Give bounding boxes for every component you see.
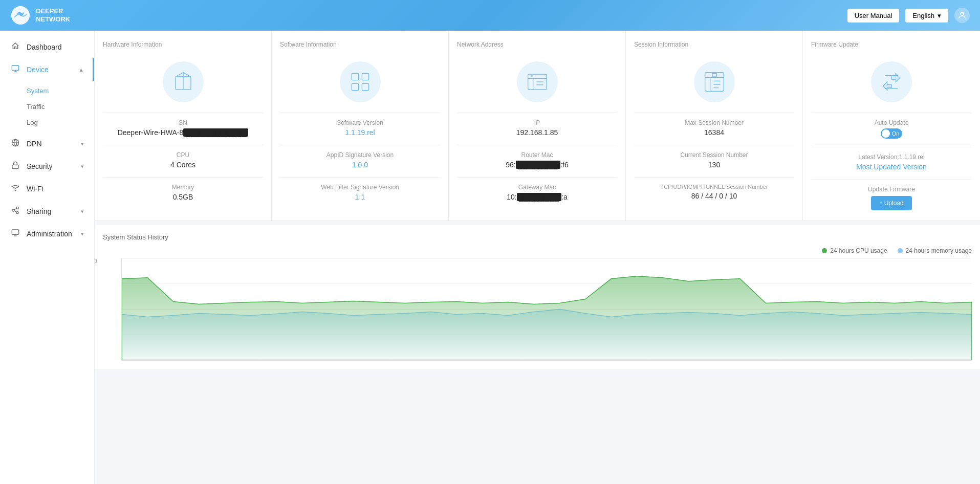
tcp-udp-label: TCP/UDP/ICMP/TUNNEL Session Number — [634, 184, 794, 190]
update-firmware-section: Update Firmware ↑ Upload — [811, 179, 972, 210]
user-icon[interactable] — [954, 8, 970, 23]
svg-point-1 — [961, 12, 964, 15]
svg-point-9 — [16, 207, 18, 209]
device-icon — [10, 64, 20, 75]
appid-section: AppID Signature Version 1.0.0 — [280, 145, 440, 175]
y-label-100: 100 — [95, 258, 97, 264]
chart-title: System Status History — [103, 233, 972, 241]
sn-value: Deeper-Wire-HWA-8████████████ — [103, 128, 263, 137]
tcp-udp-value: 86 / 44 / 0 / 10 — [634, 192, 794, 200]
current-session-value: 130 — [634, 161, 794, 169]
svg-rect-29 — [705, 73, 724, 92]
svg-rect-20 — [362, 73, 368, 80]
latest-version-section: Latest Version:1.1.19.rel Most Updated V… — [811, 147, 972, 177]
header: DEEPER NETWORK User Manual English ▾ — [0, 0, 980, 31]
chevron-down-icon: ▾ — [81, 208, 84, 215]
sidebar-item-label: Security — [27, 162, 53, 170]
chevron-down-icon: ▾ — [81, 141, 84, 147]
chevron-down-icon: ▾ — [81, 163, 84, 170]
svg-rect-22 — [362, 83, 368, 90]
network-card-title: Network Address — [457, 41, 617, 48]
sidebar-item-label: Administration — [27, 230, 72, 238]
chart-area — [121, 258, 972, 361]
chart-svg — [122, 258, 972, 360]
user-manual-button[interactable]: User Manual — [847, 9, 900, 23]
auto-update-section: Auto Update On — [811, 113, 972, 145]
software-icon-area — [280, 61, 440, 102]
sidebar-item-dashboard[interactable]: Dashboard — [0, 36, 94, 58]
session-card-title: Session Information — [634, 41, 794, 48]
content-area: Hardware Information SN Deeper-W — [95, 31, 980, 484]
chevron-up-icon: ▲ — [78, 67, 84, 73]
svg-rect-21 — [352, 83, 358, 90]
chart-container: 100 80 60 — [103, 258, 972, 361]
sidebar-item-wifi[interactable]: Wi-Fi — [0, 178, 94, 200]
memory-label: Memory — [103, 184, 263, 191]
svg-rect-7 — [12, 165, 18, 168]
logo-area: DEEPER NETWORK — [10, 5, 105, 26]
administration-icon — [10, 229, 20, 239]
svg-rect-19 — [352, 73, 358, 80]
chevron-down-icon: ▾ — [81, 231, 84, 237]
max-session-section: Max Session Number 16384 — [634, 113, 794, 143]
session-icon-area — [634, 61, 794, 102]
sidebar: Dashboard Device ▲ System Traffic Log DP… — [0, 31, 95, 484]
hardware-info-card: Hardware Information SN Deeper-W — [95, 31, 272, 221]
chart-legend: 24 hours CPU usage 24 hours memory usage — [103, 247, 972, 254]
ip-value: 192.168.1.85 — [457, 128, 617, 137]
sidebar-item-label: Device — [27, 65, 49, 74]
sidebar-item-dpn[interactable]: DPN ▾ — [0, 133, 94, 155]
sidebar-item-administration[interactable]: Administration ▾ — [0, 223, 94, 245]
network-icon: IP — [525, 69, 550, 95]
memory-value: 0.5GB — [103, 193, 263, 201]
sidebar-sub-item-system[interactable]: System — [27, 83, 94, 99]
firmware-icon — [879, 69, 904, 95]
sidebar-item-label: Dashboard — [27, 43, 62, 51]
webfilter-label: Web Filter Signature Version — [280, 184, 440, 191]
upload-button[interactable]: ↑ Upload — [871, 196, 911, 210]
svg-rect-2 — [12, 65, 18, 70]
firmware-card-title: Firmware Update — [811, 41, 972, 48]
svg-line-12 — [14, 211, 17, 212]
cpu-label: CPU — [103, 151, 263, 159]
logo-text: DEEPER NETWORK — [36, 7, 70, 23]
cpu-value: 4 Cores — [103, 161, 263, 169]
main-layout: Dashboard Device ▲ System Traffic Log DP… — [0, 31, 980, 484]
network-icon-area: IP — [457, 61, 617, 102]
cards-grid: Hardware Information SN Deeper-W — [95, 31, 980, 221]
sidebar-item-device[interactable]: Device ▲ — [0, 58, 94, 81]
memory-section: Memory 0.5GB — [103, 177, 263, 207]
auto-update-label: Auto Update — [811, 119, 972, 126]
language-button[interactable]: English ▾ — [905, 9, 948, 23]
max-session-label: Max Session Number — [634, 119, 794, 126]
sharing-icon — [10, 206, 20, 216]
session-info-card: Session Information — [626, 31, 803, 221]
software-card-title: Software Information — [280, 41, 440, 48]
hardware-icon-area — [103, 61, 263, 102]
wifi-icon — [10, 184, 20, 194]
sidebar-item-sharing[interactable]: Sharing ▾ — [0, 200, 94, 223]
update-firmware-label: Update Firmware — [811, 186, 972, 193]
sidebar-item-label: Sharing — [27, 207, 51, 215]
svg-rect-14 — [12, 230, 18, 234]
tcp-udp-section: TCP/UDP/ICMP/TUNNEL Session Number 86 / … — [634, 177, 794, 206]
dpn-icon — [10, 139, 20, 149]
sidebar-sub-item-traffic[interactable]: Traffic — [27, 99, 94, 115]
current-session-label: Current Session Number — [634, 151, 794, 159]
chart-y-labels: 100 80 60 — [95, 258, 97, 361]
gateway-mac-value: 10:████████:a — [457, 193, 617, 201]
chart-section: System Status History 24 hours CPU usage… — [95, 225, 980, 369]
sidebar-item-security[interactable]: Security ▾ — [0, 155, 94, 178]
svg-line-13 — [14, 208, 17, 210]
home-icon — [10, 42, 20, 52]
hardware-card-title: Hardware Information — [103, 41, 263, 48]
firmware-icon-circle — [871, 61, 912, 102]
sidebar-item-label: Wi-Fi — [27, 185, 43, 193]
appid-value: 1.0.0 — [280, 161, 440, 169]
firmware-icon-area — [811, 61, 972, 102]
sidebar-sub-item-log[interactable]: Log — [27, 115, 94, 130]
cpu-legend-dot — [822, 248, 827, 253]
svg-point-8 — [15, 190, 15, 191]
auto-update-toggle[interactable]: On — [881, 128, 903, 139]
router-mac-label: Router Mac — [457, 151, 617, 159]
